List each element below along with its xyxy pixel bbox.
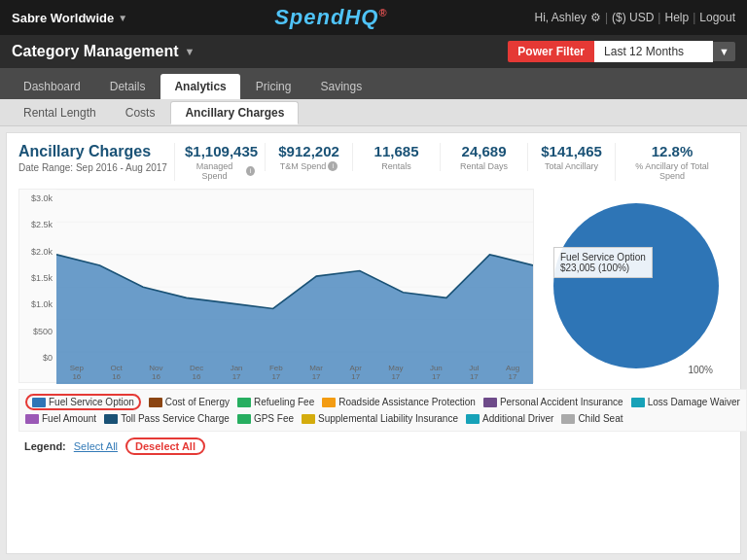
currency-link[interactable]: ($) USD — [612, 11, 654, 24]
y-label-2: $1.0k — [31, 299, 53, 309]
legend-label-toll-pass: Toll Pass Service Charge — [121, 413, 230, 424]
stat-tm-spend: $912,202 T&M Spend i — [265, 143, 352, 171]
legend-item-gps: GPS Fee — [237, 413, 294, 424]
power-filter: Power Filter Last 12 Months ▼ — [508, 41, 735, 62]
tab-pricing[interactable]: Pricing — [242, 74, 305, 99]
greeting-text: Hi, Ashley — [535, 11, 587, 24]
content-area: Ancillary Charges Date Range: Sep 2016 -… — [6, 132, 741, 554]
page-title: Ancillary Charges — [18, 143, 174, 160]
logout-link[interactable]: Logout — [699, 11, 735, 24]
info-icon-tm[interactable]: i — [328, 161, 338, 171]
legend-area: Fuel Service Option Cost of Energy Refue… — [18, 389, 747, 432]
subtab-costs[interactable]: Costs — [112, 102, 169, 123]
subtab-rental-length[interactable]: Rental Length — [10, 102, 110, 123]
line-chart: $3.0k $2.5k $2.0k $1.5k $1.0k $500 $0 — [18, 189, 534, 383]
x-sep: Sep16 — [70, 364, 84, 381]
stat-rentals-label: Rentals — [363, 161, 430, 171]
x-feb: Feb17 — [269, 364, 283, 381]
y-axis: $3.0k $2.5k $2.0k $1.5k $1.0k $500 $0 — [19, 190, 56, 363]
x-jun: Jun17 — [430, 364, 443, 381]
tab-dashboard[interactable]: Dashboard — [10, 74, 94, 99]
y-label-0: $0 — [43, 353, 53, 363]
logo: SpendHQ® — [127, 5, 534, 30]
user-nav: Hi, Ashley ⚙ | ($) USD | Help | Logout — [535, 11, 735, 24]
legend-container: Fuel Service Option Cost of Energy Refue… — [18, 389, 747, 457]
legend-label-refueling: Refueling Fee — [254, 397, 314, 407]
svg-point-8 — [553, 203, 719, 368]
x-jan: Jan17 — [231, 364, 243, 381]
select-all-button[interactable]: Select All — [74, 440, 118, 452]
stat-total-ancillary-label: Total Ancillary — [538, 161, 605, 171]
stat-ancillary-percent-value: 12.8% — [625, 143, 719, 159]
legend-label-child-seat: Child Seat — [578, 413, 622, 424]
legend-label-fuel-amount: Fuel Amount — [42, 413, 96, 424]
tab-analytics[interactable]: Analytics — [160, 74, 239, 99]
legend-color-toll-pass — [104, 414, 118, 424]
legend-label-supplemental: Supplemental Liability Insurance — [318, 413, 458, 424]
legend-item-toll-pass: Toll Pass Service Charge — [104, 413, 230, 424]
pie-chart: Fuel Service Option $23,005 (100%) 100% — [544, 189, 729, 383]
legend-item-child-seat: Child Seat — [561, 413, 622, 424]
stat-tm-spend-label: T&M Spend i — [275, 161, 342, 171]
legend-color-cost-energy — [149, 398, 162, 407]
category-title[interactable]: Category Management ▼ — [12, 43, 195, 60]
x-mar: Mar17 — [309, 364, 323, 381]
tab-details[interactable]: Details — [96, 74, 160, 99]
legend-color-additional-driver — [466, 414, 480, 424]
legend-label-roadside: Roadside Assistance Protection — [338, 397, 476, 407]
legend-color-fuel-amount — [25, 414, 39, 424]
pie-svg — [553, 203, 719, 368]
sep1: | — [605, 11, 608, 24]
legend-label-text: Legend: — [24, 440, 66, 452]
stats-title: Ancillary Charges Date Range: Sep 2016 -… — [18, 143, 174, 173]
stat-total-ancillary: $141,465 Total Ancillary — [527, 143, 615, 171]
legend-color-roadside — [322, 398, 336, 407]
legend-item-fuel-amount: Fuel Amount — [25, 413, 96, 424]
x-axis: Sep16 Oct16 Nov16 Dec16 Jan17 Feb17 Mar1… — [56, 363, 533, 382]
sub-header: Category Management ▼ Power Filter Last … — [0, 35, 747, 68]
legend-label-fuel-service: Fuel Service Option — [49, 397, 134, 407]
legend-item-cost-energy: Cost of Energy — [149, 397, 230, 407]
stat-rental-days: 24,689 Rental Days — [440, 143, 527, 171]
y-label-3: $1.5k — [31, 273, 53, 283]
legend-actions: Legend: Select All Deselect All — [18, 436, 747, 457]
deselect-all-button[interactable]: Deselect All — [125, 438, 205, 455]
sabre-brand-text: Sabre Worldwide — [12, 11, 114, 25]
stat-managed-spend-label: Managed Spend i — [185, 161, 255, 181]
settings-icon[interactable]: ⚙ — [590, 11, 601, 24]
stat-rentals: 11,685 Rentals — [352, 143, 440, 171]
sabre-brand-chevron: ▼ — [118, 13, 127, 23]
stats-header: Ancillary Charges Date Range: Sep 2016 -… — [18, 143, 729, 181]
category-chevron-icon: ▼ — [185, 46, 196, 57]
filter-dropdown-button[interactable]: ▼ — [713, 42, 735, 61]
chart-container: $3.0k $2.5k $2.0k $1.5k $1.0k $500 $0 — [18, 189, 729, 383]
sabre-brand[interactable]: Sabre Worldwide ▼ — [12, 11, 127, 25]
legend-row-2: Fuel Amount Toll Pass Service Charge GPS… — [25, 413, 740, 424]
stat-total-ancillary-value: $141,465 — [538, 143, 605, 159]
legend-color-supplemental — [302, 414, 315, 424]
filter-value: Last 12 Months — [594, 41, 713, 62]
power-filter-button[interactable]: Power Filter — [508, 41, 594, 62]
stat-rental-days-value: 24,689 — [450, 143, 517, 159]
legend-label-gps: GPS Fee — [254, 413, 294, 424]
x-oct: Oct16 — [110, 364, 122, 381]
legend-label-cost-energy: Cost of Energy — [165, 397, 230, 407]
legend-wrapper: Fuel Service Option Cost of Energy Refue… — [18, 389, 729, 457]
legend-color-personal-accident — [483, 398, 497, 407]
legend-label-additional-driver: Additional Driver — [482, 413, 553, 424]
legend-color-refueling — [237, 398, 251, 407]
legend-label-personal-accident: Personal Accident Insurance — [500, 397, 623, 407]
tab-savings[interactable]: Savings — [306, 74, 375, 99]
stat-managed-spend-value: $1,109,435 — [185, 143, 255, 159]
y-label-4: $2.0k — [31, 247, 53, 257]
stat-tm-spend-value: $912,202 — [275, 143, 342, 159]
legend-row-1: Fuel Service Option Cost of Energy Refue… — [25, 394, 740, 410]
chart-svg — [56, 190, 533, 384]
legend-label-loss-damage: Loss Damage Waiver — [648, 397, 740, 407]
stat-rental-days-label: Rental Days — [450, 161, 517, 171]
x-apr: Apr17 — [349, 364, 361, 381]
stat-ancillary-percent-label: % Ancillary of Total Spend — [625, 161, 719, 181]
info-icon-managed[interactable]: i — [246, 166, 255, 176]
subtab-ancillary-charges[interactable]: Ancillary Charges — [170, 101, 299, 124]
help-link[interactable]: Help — [664, 11, 689, 24]
